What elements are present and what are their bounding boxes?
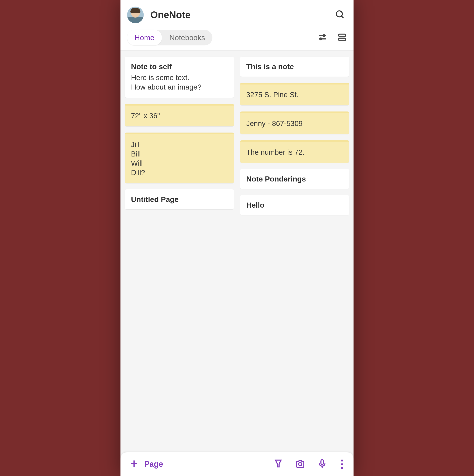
- note-card[interactable]: This is a note: [240, 57, 349, 77]
- view-list-icon[interactable]: [337, 33, 347, 43]
- tabs-row: Home Notebooks: [120, 28, 354, 51]
- tab-group: Home Notebooks: [127, 30, 212, 45]
- note-body: Here is some text. How about an image?: [131, 73, 228, 92]
- note-card[interactable]: Hello: [240, 195, 349, 215]
- note-card-sticky[interactable]: The number is 72.: [240, 140, 349, 163]
- new-page-button[interactable]: Page: [129, 459, 163, 469]
- svg-rect-11: [321, 460, 323, 465]
- bottom-bar: Page: [120, 452, 354, 476]
- bottom-actions: [273, 459, 345, 469]
- note-card-sticky[interactable]: Jill Bill Will Dill?: [125, 133, 234, 184]
- notes-column-left: Note to self Here is some text. How abou…: [125, 57, 234, 446]
- note-body: 72" x 36": [131, 111, 228, 121]
- note-body: Jill Bill Will Dill?: [131, 140, 228, 178]
- page-label: Page: [144, 459, 163, 469]
- svg-point-10: [299, 463, 302, 466]
- app-title: OneNote: [150, 9, 190, 20]
- more-icon[interactable]: [339, 459, 345, 469]
- app-screen: OneNote Home Notebooks Note to self Here…: [120, 0, 354, 476]
- note-card-sticky[interactable]: 3275 S. Pine St.: [240, 83, 349, 105]
- svg-line-1: [341, 16, 343, 18]
- tab-notebooks[interactable]: Notebooks: [162, 30, 213, 45]
- tab-home[interactable]: Home: [127, 30, 162, 45]
- svg-point-3: [323, 35, 325, 37]
- note-title: Hello: [246, 201, 343, 209]
- svg-point-0: [337, 11, 342, 17]
- toolbar-icons: [318, 33, 347, 43]
- note-title: Untitled Page: [131, 195, 228, 204]
- microphone-icon[interactable]: [317, 459, 327, 469]
- note-body: 3275 S. Pine St.: [246, 90, 343, 100]
- note-title: Note Ponderings: [246, 175, 343, 183]
- camera-icon[interactable]: [295, 459, 305, 469]
- note-card[interactable]: Untitled Page: [125, 189, 234, 209]
- notes-column-right: This is a note 3275 S. Pine St. Jenny - …: [240, 57, 349, 446]
- plus-icon: [129, 459, 139, 469]
- note-title: Note to self: [131, 62, 228, 71]
- note-card[interactable]: Note Ponderings: [240, 169, 349, 189]
- svg-rect-7: [339, 38, 346, 40]
- search-icon[interactable]: [335, 10, 345, 20]
- note-card-sticky[interactable]: 72" x 36": [125, 104, 234, 126]
- note-body: The number is 72.: [246, 148, 343, 157]
- svg-point-5: [320, 38, 322, 40]
- note-card[interactable]: Note to self Here is some text. How abou…: [125, 57, 234, 98]
- avatar[interactable]: [127, 7, 144, 23]
- note-body: Jenny - 867-5309: [246, 119, 343, 128]
- note-card-sticky[interactable]: Jenny - 867-5309: [240, 111, 349, 134]
- header: OneNote: [120, 0, 354, 28]
- svg-rect-6: [339, 34, 346, 36]
- pen-icon[interactable]: [273, 459, 283, 469]
- filter-icon[interactable]: [318, 33, 327, 43]
- note-title: This is a note: [246, 62, 343, 71]
- header-left: OneNote: [127, 7, 190, 23]
- content-area: Note to self Here is some text. How abou…: [120, 51, 354, 452]
